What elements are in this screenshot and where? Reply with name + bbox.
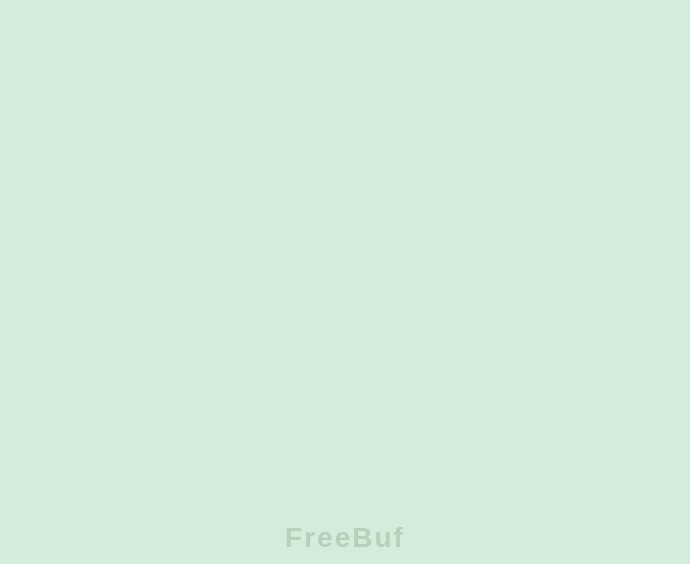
- code-container: [0, 0, 690, 564]
